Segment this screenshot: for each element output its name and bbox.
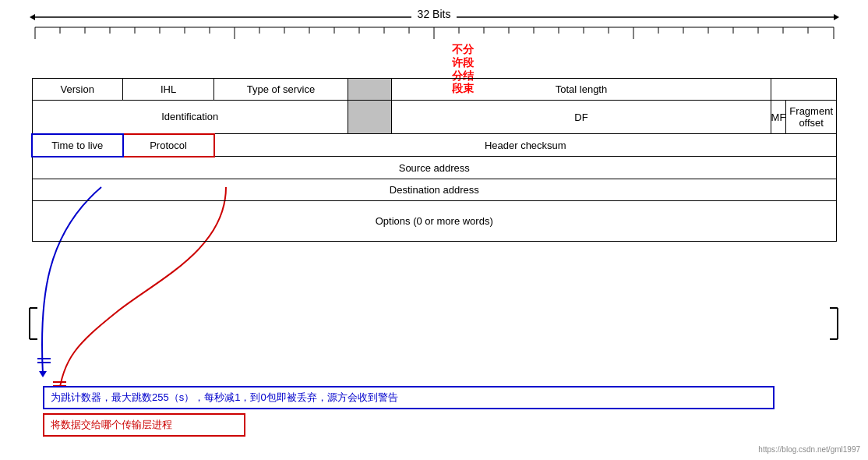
svg-marker-37 <box>39 371 47 377</box>
cell-total-length: Total length <box>392 79 771 101</box>
annotation-box-red: 将数据交给哪个传输层进程 <box>43 413 245 437</box>
cell-ttl: Time to live <box>32 134 123 157</box>
table-row-5: Destination address <box>32 179 837 200</box>
cell-mf: MF <box>771 101 786 134</box>
bits-label: 32 Bits <box>31 8 837 20</box>
annotation-blue-text: 为跳计数器，最大跳数255（s），每秒减1，到0包即被丢弃，源方会收到警告 <box>51 391 398 403</box>
cell-fragment-offset: Fragment offset <box>786 101 837 134</box>
annotation-box-blue: 为跳计数器，最大跳数255（s），每秒减1，到0包即被丢弃，源方会收到警告 <box>43 386 774 409</box>
cell-gray1 <box>348 79 391 101</box>
table-row-2: Identification DF MF Fragment offset <box>32 101 837 134</box>
bits-text: 32 Bits <box>411 8 457 20</box>
cell-protocol: Protocol <box>123 134 214 157</box>
cell-ihl: IHL <box>123 79 214 101</box>
watermark: https://blog.csdn.net/gml1997 <box>758 445 860 454</box>
annotation-red-text: 将数据交给哪个传输层进程 <box>51 419 172 430</box>
cell-source-address: Source address <box>32 157 837 179</box>
cell-identification: Identification <box>32 101 348 134</box>
main-container: 32 Bits 不分许段分结段束 Version IHL Type of ser… <box>0 0 868 460</box>
table-row-3: Time to live Protocol Header checksum <box>32 134 837 157</box>
cell-destination-address: Destination address <box>32 179 837 200</box>
cell-tos: Type of service <box>214 79 348 101</box>
cell-version: Version <box>32 79 123 101</box>
table-row-6: Options (0 or more words) <box>32 200 837 241</box>
cell-gray2 <box>348 101 391 134</box>
cell-header-checksum: Header checksum <box>214 134 837 157</box>
cell-options: Options (0 or more words) <box>32 200 837 241</box>
ip-header-table: Version IHL Type of service Total length… <box>31 78 837 242</box>
table-row-4: Source address <box>32 157 837 179</box>
cell-df: DF <box>392 101 771 134</box>
table-row-1: Version IHL Type of service Total length <box>32 79 837 101</box>
